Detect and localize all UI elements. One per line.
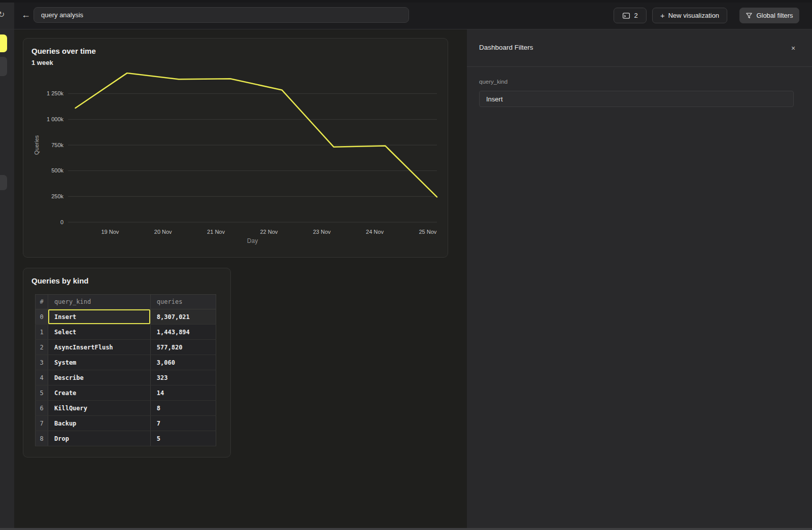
x-tick-label: 25 Nov bbox=[419, 229, 436, 235]
table-header: #query_kindqueries bbox=[36, 295, 216, 309]
query-kind-cell[interactable]: Describe bbox=[48, 370, 151, 385]
filter-field-label: query_kind bbox=[479, 79, 507, 85]
table-row: 1Select1,443,894 bbox=[36, 325, 216, 340]
query-kind-cell[interactable]: Drop bbox=[48, 431, 151, 446]
row-index-cell[interactable]: 4 bbox=[36, 370, 48, 385]
table-row: 2AsyncInsertFlush577,820 bbox=[36, 340, 216, 355]
sidebar-item[interactable] bbox=[0, 175, 7, 190]
back-arrow-icon: ← bbox=[21, 10, 30, 20]
queries-value-cell[interactable]: 3,060 bbox=[150, 355, 216, 370]
console-icon bbox=[622, 12, 630, 20]
query-kind-cell[interactable]: Insert bbox=[48, 309, 151, 325]
query-kind-cell[interactable]: AsyncInsertFlush bbox=[48, 340, 151, 355]
y-tick-label: 750k bbox=[51, 142, 63, 148]
query-kind-cell[interactable]: System bbox=[48, 355, 151, 370]
query-kind-cell[interactable]: Select bbox=[48, 325, 151, 340]
close-panel-button[interactable]: × bbox=[788, 43, 799, 54]
column-header[interactable]: query_kind bbox=[48, 295, 151, 309]
funnel-icon bbox=[746, 12, 753, 19]
window-top-edge bbox=[0, 0, 812, 3]
x-tick-label: 20 Nov bbox=[154, 229, 172, 235]
y-axis-label: Queries bbox=[33, 135, 40, 155]
table-row: 0Insert8,307,021 bbox=[36, 309, 216, 325]
column-header[interactable]: # bbox=[36, 295, 48, 309]
window-bottom-edge bbox=[0, 528, 812, 530]
queries-value-cell[interactable]: 1,443,894 bbox=[150, 325, 216, 340]
table-row: 3System3,060 bbox=[36, 355, 216, 370]
topbar: ← 2 + New visualization Global filters bbox=[14, 0, 812, 29]
dashboard-filters-panel: Dashboard Filters × query_kind bbox=[467, 29, 812, 530]
y-tick-label: 500k bbox=[51, 167, 63, 173]
new-visualization-label: New visualization bbox=[668, 12, 719, 19]
topbar-divider bbox=[0, 29, 812, 29]
column-header[interactable]: queries bbox=[150, 295, 216, 309]
x-tick-label: 23 Nov bbox=[313, 229, 331, 235]
refresh-icon[interactable]: ↻ bbox=[0, 10, 5, 19]
sidebar-item-active[interactable] bbox=[0, 34, 7, 52]
dashboard-title-input[interactable] bbox=[33, 7, 409, 23]
y-tick-label: 1 250k bbox=[47, 90, 64, 96]
table-row: 4Describe323 bbox=[36, 370, 216, 385]
row-index-cell[interactable]: 1 bbox=[36, 325, 48, 340]
x-tick-label: 24 Nov bbox=[366, 229, 384, 235]
x-axis-label: Day bbox=[247, 237, 258, 244]
close-icon: × bbox=[791, 44, 795, 52]
panel-divider bbox=[467, 66, 812, 67]
queries-by-kind-card: Queries by kind #query_kindqueries 0Inse… bbox=[23, 268, 231, 457]
queries-series-line bbox=[76, 73, 437, 197]
row-index-cell[interactable]: 3 bbox=[36, 355, 48, 370]
visualization-count: 2 bbox=[634, 12, 637, 19]
global-filters-label: Global filters bbox=[756, 12, 793, 19]
queries-value-cell[interactable]: 5 bbox=[150, 431, 216, 446]
new-visualization-button[interactable]: + New visualization bbox=[652, 8, 727, 23]
row-index-cell[interactable]: 8 bbox=[36, 431, 48, 446]
sidebar-item[interactable] bbox=[0, 57, 7, 76]
query-kind-cell[interactable]: Backup bbox=[48, 416, 151, 431]
left-sidebar: ↻ bbox=[0, 0, 14, 530]
table-title: Queries by kind bbox=[31, 276, 89, 285]
x-tick-label: 19 Nov bbox=[101, 229, 119, 235]
y-tick-label: 1 000k bbox=[47, 116, 64, 122]
queries-value-cell[interactable]: 8 bbox=[150, 401, 216, 416]
row-index-cell[interactable]: 2 bbox=[36, 340, 48, 355]
visualization-count-button[interactable]: 2 bbox=[614, 8, 647, 23]
queries-line-chart[interactable]: 0250k500k750k1 000k1 250kQueries19 Nov20… bbox=[23, 39, 448, 257]
queries-value-cell[interactable]: 8,307,021 bbox=[150, 309, 216, 325]
panel-title: Dashboard Filters bbox=[479, 44, 533, 51]
queries-value-cell[interactable]: 14 bbox=[150, 385, 216, 401]
queries-value-cell[interactable]: 577,820 bbox=[150, 340, 216, 355]
x-tick-label: 22 Nov bbox=[260, 229, 278, 235]
y-tick-label: 250k bbox=[51, 193, 63, 199]
row-index-cell[interactable]: 0 bbox=[36, 309, 48, 325]
table-row: 5Create14 bbox=[36, 385, 216, 401]
global-filters-button[interactable]: Global filters bbox=[739, 8, 799, 23]
table-row: 8Drop5 bbox=[36, 431, 216, 446]
queries-table: #query_kindqueries 0Insert8,307,0211Sele… bbox=[35, 294, 216, 446]
table-row: 6KillQuery8 bbox=[36, 401, 216, 416]
main-content: Queries over time 1 week 0250k500k750k1 … bbox=[14, 29, 467, 530]
query-kind-cell[interactable]: KillQuery bbox=[48, 401, 151, 416]
plus-icon: + bbox=[660, 11, 665, 20]
row-index-cell[interactable]: 6 bbox=[36, 401, 48, 416]
x-tick-label: 21 Nov bbox=[207, 229, 225, 235]
back-button[interactable]: ← bbox=[18, 7, 33, 22]
queries-value-cell[interactable]: 7 bbox=[150, 416, 216, 431]
query-kind-filter-input[interactable] bbox=[479, 91, 794, 107]
row-index-cell[interactable]: 5 bbox=[36, 385, 48, 401]
row-index-cell[interactable]: 7 bbox=[36, 416, 48, 431]
y-tick-label: 0 bbox=[60, 219, 63, 225]
table-row: 7Backup7 bbox=[36, 416, 216, 431]
queries-over-time-card: Queries over time 1 week 0250k500k750k1 … bbox=[23, 38, 448, 258]
queries-value-cell[interactable]: 323 bbox=[150, 370, 216, 385]
query-kind-cell[interactable]: Create bbox=[48, 385, 151, 401]
